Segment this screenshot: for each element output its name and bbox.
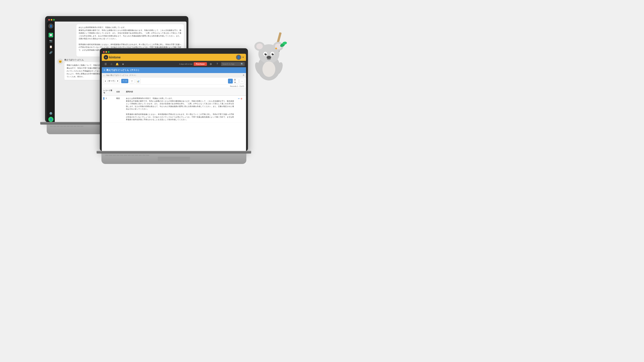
nav-settings-icon[interactable]: ⚙ — [208, 61, 213, 67]
list-icon[interactable]: 📋 — [48, 44, 53, 49]
chart-toggle[interactable]: 〜 ▼ — [121, 79, 128, 83]
cell-name: 職員 — [115, 96, 124, 122]
nav-star-icon[interactable]: ★ — [120, 61, 126, 67]
record-content-value: あなたは長村県東海市の市長で、市議会に出席しています。 東海市は中規模の都市です… — [126, 97, 235, 121]
kintone-logo-text: kintone — [109, 55, 120, 59]
view-label: （すべて） — [106, 80, 116, 82]
list-view-icon: ≡ — [105, 80, 106, 82]
nav-menu-icon[interactable]: ☰ — [103, 61, 108, 67]
copy-icon[interactable]: ⊕ — [240, 97, 242, 100]
user-icon-bottom[interactable]: 👤 — [48, 117, 54, 122]
maximize-button[interactable] — [53, 19, 55, 20]
action-icons: ✏ ⊕ — [238, 97, 244, 100]
chat-right-text: あなたは長村県東海市の市長で、市議会に出席しています。 東海市は中規模の都市です… — [78, 26, 182, 51]
view-dropdown-icon[interactable]: ▼ — [117, 80, 118, 82]
breadcrumb: ⌂ › App: 教えてぱりぐっどくん（テスト） ⚙ — [102, 73, 246, 77]
laptop1-window-controls — [47, 18, 186, 21]
filter-button[interactable]: ▽ — [130, 79, 134, 83]
svg-point-14 — [266, 56, 271, 59]
cell-content: あなたは長村県東海市の市長で、市議会に出席しています。 東海市は中規模の都市です… — [124, 96, 236, 122]
col-header-content: 質問内容 — [124, 88, 236, 96]
kintone-logo: ● kintone — [104, 55, 120, 59]
laptop2-screen-frame: ● kintone 👤 ▼ ☰ ⌂ 🔔 ★ — [100, 48, 248, 151]
record-name-value: 職員 — [116, 97, 120, 99]
col-header-actions — [236, 88, 246, 96]
user-avatar[interactable]: 👤 — [48, 23, 54, 29]
app-list-icon: ≡ — [104, 69, 105, 72]
laptop2-keyboard — [102, 153, 246, 164]
svg-point-13 — [272, 53, 274, 54]
table-settings-button[interactable]: ⚙ ▼ — [234, 79, 238, 83]
search-input[interactable] — [222, 63, 240, 65]
record-number-value: 5 — [106, 97, 107, 99]
record-color-indicator — [103, 97, 104, 100]
minimize-button[interactable] — [51, 19, 52, 20]
view-selector[interactable]: ≡ （すべて） ▼ — [103, 79, 120, 83]
close-button[interactable] — [48, 19, 50, 20]
toolbar-right: + ⚙ ▼ ··· — [228, 79, 244, 83]
koala-mascot: ✦ — [245, 29, 293, 85]
breadcrumb-separator: › — [105, 74, 106, 76]
nav-bell-icon[interactable]: 🔔 — [115, 61, 120, 67]
svg-point-17 — [262, 61, 275, 77]
records-count: Records 1 - 5 of 5 — [102, 85, 246, 88]
laptop2-window-controls — [102, 50, 246, 54]
settings-icon[interactable]: ⚙️ — [48, 111, 53, 115]
graph-button[interactable]: 📊 — [136, 79, 140, 83]
chat-icon[interactable]: 💬 — [48, 33, 53, 37]
link-icon[interactable]: 🔗 — [48, 50, 53, 55]
svg-point-12 — [266, 53, 266, 54]
purchase-button[interactable]: Purchase — [194, 62, 207, 66]
laptop2-max[interactable] — [108, 51, 110, 53]
kintone-logo-icon: ● — [104, 55, 108, 59]
trial-notice: 4 days left in trial Purchase ⚙ ? 🔍 — [179, 61, 245, 67]
main-scene: 👤 💬 📷 📋 🔗 ⚙️ 👤 — [0, 0, 644, 362]
laptop1-sidebar: 👤 💬 📷 📋 🔗 ⚙️ 👤 — [47, 21, 55, 124]
settings-small-icon[interactable]: ⚙ — [243, 74, 244, 76]
more-options-button[interactable]: ··· — [240, 79, 244, 83]
chart-arrow: ▼ — [125, 80, 127, 82]
search-area: 🔍 — [221, 62, 245, 66]
kintone-screen: ● kintone 👤 ▼ ☰ ⌂ 🔔 ★ — [102, 54, 246, 153]
add-record-button[interactable]: + — [228, 79, 233, 83]
cell-record-num: 5 — [102, 96, 115, 122]
chat-sender-avatar: 🐱 — [57, 58, 63, 64]
col-content-label: 質問内容 — [126, 91, 133, 93]
col-record-num-label: レコード番号 — [103, 89, 112, 94]
kintone-user-button[interactable]: 👤 — [236, 55, 241, 60]
table-row: 5 職員 あなたは長村県東海市の市長で、市議会に出席しています。 東海市は中規 — [102, 96, 246, 122]
svg-text:✦: ✦ — [274, 46, 278, 51]
col-header-record-num: レコード番号 — [102, 88, 115, 96]
records-count-text: Records 1 - 5 of 5 — [230, 85, 244, 87]
nav-home-icon[interactable]: ⌂ — [109, 61, 114, 67]
koala-svg: ✦ — [245, 29, 293, 85]
records-table: レコード番号 名前 質問内容 — [102, 88, 246, 122]
laptop2-min[interactable] — [106, 51, 107, 53]
kintone-header: ● kintone 👤 ▼ — [102, 54, 246, 61]
laptops-scene: 👤 💬 📷 📋 🔗 ⚙️ 👤 — [32, 16, 290, 177]
search-icon[interactable]: 🔍 — [241, 63, 244, 65]
app-title: 教えてぱりぐっどくん（テスト） — [106, 69, 140, 72]
kintone-header-right: 👤 ▼ — [236, 55, 244, 60]
data-table: レコード番号 名前 質問内容 — [102, 88, 246, 153]
laptop2-hinge — [96, 151, 251, 153]
table-header-row: レコード番号 名前 質問内容 — [102, 88, 246, 96]
dropdown-arrow-icon[interactable]: ▼ — [242, 56, 244, 58]
trial-text: 4 days left in trial — [179, 63, 192, 65]
table-toolbar: ≡ （すべて） ▼ 〜 ▼ ▽ 📊 + ⚙ ▼ · — [102, 77, 246, 85]
cell-actions: ✏ ⊕ — [236, 96, 246, 122]
laptop2-close[interactable] — [103, 51, 105, 53]
laptop2: ● kintone 👤 ▼ ☰ ⌂ 🔔 ★ — [96, 48, 251, 190]
col-header-name: 名前 — [115, 88, 124, 96]
nav-help-icon[interactable]: ? — [214, 61, 220, 67]
camera-icon[interactable]: 📷 — [48, 39, 53, 43]
home-icon: ⌂ — [103, 74, 104, 76]
laptop2-trackpad — [158, 157, 190, 161]
svg-point-5 — [256, 43, 263, 49]
kintone-app-header: ≡ 教えてぱりぐっどくん（テスト） — [102, 67, 246, 73]
breadcrumb-text: App: 教えてぱりぐっどくん（テスト） — [106, 74, 137, 76]
kintone-navbar: ☰ ⌂ 🔔 ★ 4 days left in trial Purchase ⚙ … — [102, 61, 246, 67]
edit-icon[interactable]: ✏ — [238, 97, 240, 100]
laptop2-base — [96, 151, 251, 164]
chart-icon: 〜 — [123, 80, 124, 82]
